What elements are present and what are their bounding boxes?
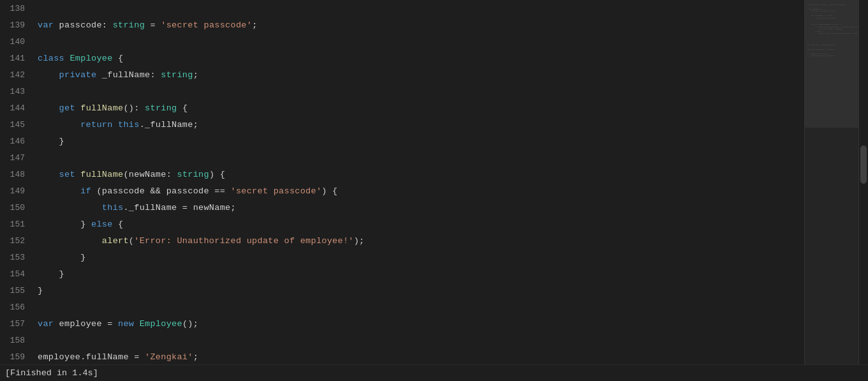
token-plain: employee =	[54, 319, 118, 329]
minimap-highlight	[805, 0, 858, 128]
token-plain	[38, 236, 102, 246]
token-plain: ._fullName = newName;	[123, 203, 235, 213]
token-plain: {	[113, 220, 124, 229]
line-content: }	[35, 269, 804, 279]
line-number: 145	[0, 120, 35, 130]
line-content	[35, 336, 804, 345]
token-alert-fn: alert	[102, 236, 129, 246]
token-plain	[38, 70, 59, 80]
token-plain: (passcode	[91, 186, 150, 196]
token-kw: get	[59, 103, 75, 113]
line-number: 138	[0, 4, 35, 13]
line-content: var employee = new Employee();	[35, 319, 804, 329]
line-number: 154	[0, 269, 35, 279]
token-kw: set	[59, 170, 75, 179]
token-plain: ;	[193, 70, 198, 80]
line-number: 151	[0, 220, 35, 229]
line-number: 139	[0, 20, 35, 30]
token-str: 'secret passcode'	[161, 20, 252, 30]
token-plain: ;	[252, 20, 257, 30]
token-type: string	[177, 170, 209, 179]
line-content: }	[35, 253, 804, 262]
code-line: 146 }	[0, 133, 804, 149]
token-fn: fullName	[80, 170, 123, 179]
code-line: 149 if (passcode && passcode == 'secret …	[0, 183, 804, 199]
token-type: string	[113, 20, 145, 30]
code-line: 159employee.fullName = 'Zengkai';	[0, 348, 804, 364]
line-number: 153	[0, 253, 35, 262]
line-number: 156	[0, 303, 35, 312]
token-plain: }	[38, 286, 43, 295]
line-content	[35, 87, 804, 96]
minimap: var passcode: string = 'secret passcode'…	[804, 0, 858, 364]
token-plain: :	[150, 70, 161, 80]
code-line: 158	[0, 332, 804, 348]
code-line: 153 }	[0, 249, 804, 265]
scrollbar-thumb[interactable]	[860, 146, 867, 184]
token-kw: var	[38, 319, 54, 329]
token-plain	[134, 319, 139, 329]
line-content	[35, 303, 804, 312]
token-plain: ();	[182, 319, 198, 329]
line-number: 157	[0, 319, 35, 329]
line-number: 148	[0, 170, 35, 179]
token-plain	[75, 103, 80, 113]
token-plain	[113, 120, 118, 130]
token-plain: (newName	[123, 170, 166, 179]
line-number: 143	[0, 87, 35, 96]
line-content: this._fullName = newName;	[35, 203, 804, 213]
scrollbar-area[interactable]	[858, 0, 868, 364]
token-kw: else	[91, 220, 113, 229]
token-plain: :	[134, 103, 145, 113]
code-line: 139var passcode: string = 'secret passco…	[0, 17, 804, 33]
line-number: 144	[0, 103, 35, 113]
code-line: 151 } else {	[0, 216, 804, 232]
token-this-kw: this	[118, 120, 140, 130]
token-plain: {	[113, 54, 124, 63]
token-plain	[38, 203, 102, 213]
code-line: 140	[0, 33, 804, 50]
line-content: return this._fullName;	[35, 120, 804, 130]
token-kw: class	[38, 54, 64, 63]
code-line: 141class Employee {	[0, 50, 804, 66]
code-line: 142 private _fullName: string;	[0, 66, 804, 83]
line-number: 141	[0, 54, 35, 63]
line-number: 142	[0, 70, 35, 80]
line-content: employee.fullName = 'Zengkai';	[35, 352, 804, 362]
token-type: string	[145, 103, 177, 113]
token-plain: :	[166, 170, 177, 179]
token-plain: ()	[123, 103, 134, 113]
line-content: } else {	[35, 220, 804, 229]
token-plain: (	[129, 236, 134, 246]
code-area[interactable]: 138 139var passcode: string = 'secret pa…	[0, 0, 804, 364]
token-plain: ;	[193, 352, 198, 362]
line-content: class Employee {	[35, 54, 804, 63]
line-number: 146	[0, 137, 35, 146]
line-content	[35, 153, 804, 163]
token-plain: _fullName	[96, 70, 150, 80]
finished-text: [Finished in 1.4s]	[5, 368, 98, 378]
line-number: 147	[0, 153, 35, 163]
line-content	[35, 4, 804, 13]
token-kw: new	[118, 319, 134, 329]
code-lines: 138 139var passcode: string = 'secret pa…	[0, 0, 804, 364]
code-line: 156	[0, 299, 804, 315]
line-content: get fullName(): string {	[35, 103, 804, 113]
line-content: var passcode: string = 'secret passcode'…	[35, 20, 804, 30]
token-kw: if	[80, 186, 91, 196]
code-line: 143	[0, 83, 804, 100]
token-plain: }	[38, 137, 64, 146]
token-plain: ._fullName;	[140, 120, 198, 130]
code-line: 152 alert('Error: Unauthorized update of…	[0, 232, 804, 249]
token-plain	[38, 120, 80, 130]
token-plain: ) {	[321, 186, 337, 196]
token-plain	[75, 170, 80, 179]
token-class-name: Employee	[140, 319, 182, 329]
line-number: 140	[0, 37, 35, 47]
token-plain: }	[38, 253, 86, 262]
token-plain: }	[38, 220, 91, 229]
line-number: 159	[0, 352, 35, 362]
code-line: 144 get fullName(): string {	[0, 100, 804, 116]
token-plain: );	[354, 236, 365, 246]
token-plain: {	[177, 103, 188, 113]
